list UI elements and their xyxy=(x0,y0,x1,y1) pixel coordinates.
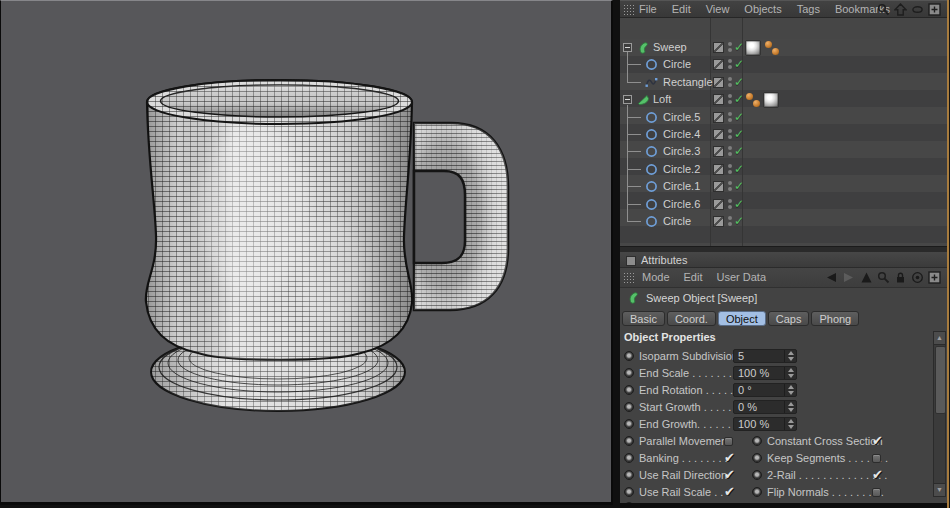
layer-toggle-icon[interactable] xyxy=(713,94,724,105)
enable-check-icon[interactable]: ✓ xyxy=(734,40,744,54)
attributes-scrollbar[interactable]: ▲ ▼ xyxy=(933,331,946,497)
viewport-canvas[interactable] xyxy=(1,1,611,502)
search-icon[interactable] xyxy=(877,3,890,16)
visibility-dot-icon[interactable] xyxy=(728,42,732,46)
object-row-circle-last[interactable]: Circle ✓ xyxy=(620,213,947,230)
tab-basic[interactable]: Basic xyxy=(622,311,665,326)
visibility-dot-icon[interactable] xyxy=(728,83,732,87)
visibility-dot-icon[interactable] xyxy=(728,118,732,122)
visibility-dot-icon[interactable] xyxy=(728,222,732,226)
visibility-dot-icon[interactable] xyxy=(728,65,732,69)
visibility-dot-icon[interactable] xyxy=(728,94,732,98)
lock-icon[interactable] xyxy=(894,271,907,284)
panel-square-icon[interactable] xyxy=(626,256,636,266)
menu-objects[interactable]: Objects xyxy=(744,3,781,15)
visibility-dot-icon[interactable] xyxy=(728,146,732,150)
enable-check-icon[interactable]: ✓ xyxy=(734,110,744,124)
keyframe-circle-icon[interactable] xyxy=(624,436,634,446)
visibility-dot-icon[interactable] xyxy=(728,77,732,81)
keyframe-circle-icon[interactable] xyxy=(752,487,762,497)
search-icon[interactable] xyxy=(877,271,890,284)
keyframe-circle-icon[interactable] xyxy=(752,453,762,463)
visibility-dot-icon[interactable] xyxy=(728,216,732,220)
object-row-sweep[interactable]: Sweep ✓ xyxy=(620,39,947,56)
selection-tag-icon[interactable] xyxy=(764,41,779,56)
layer-toggle-icon[interactable] xyxy=(713,129,724,140)
keep-segments-checkbox[interactable] xyxy=(872,454,881,463)
keyframe-circle-icon[interactable] xyxy=(624,487,634,497)
stepper-arrows-icon[interactable] xyxy=(784,384,797,396)
keyframe-circle-icon[interactable] xyxy=(624,368,634,378)
visibility-dot-icon[interactable] xyxy=(728,152,732,156)
object-row-circle6[interactable]: Circle.6 ✓ xyxy=(620,196,947,213)
enable-check-icon[interactable]: ✓ xyxy=(734,214,744,228)
layer-toggle-icon[interactable] xyxy=(713,181,724,192)
scroll-up-icon[interactable]: ▲ xyxy=(934,332,945,345)
home-arrow-icon[interactable] xyxy=(894,3,907,16)
visibility-dot-icon[interactable] xyxy=(728,205,732,209)
keyframe-circle-icon[interactable] xyxy=(624,419,634,429)
visibility-dot-icon[interactable] xyxy=(728,181,732,185)
keyframe-circle-icon[interactable] xyxy=(624,351,634,361)
object-row-circle5[interactable]: Circle.5 ✓ xyxy=(620,109,947,126)
keyframe-circle-icon[interactable] xyxy=(624,385,634,395)
object-row-loft[interactable]: Loft ✓ xyxy=(620,91,947,108)
visibility-dot-icon[interactable] xyxy=(728,112,732,116)
scroll-down-icon[interactable]: ▼ xyxy=(934,483,945,496)
visibility-dot-icon[interactable] xyxy=(728,48,732,52)
texture-tag-icon[interactable] xyxy=(763,92,779,108)
layer-toggle-icon[interactable] xyxy=(713,146,724,157)
layer-toggle-icon[interactable] xyxy=(713,216,724,227)
menu-edit-attr[interactable]: Edit xyxy=(684,271,703,283)
enable-check-icon[interactable]: ✓ xyxy=(734,57,744,71)
menu-edit[interactable]: Edit xyxy=(672,3,691,15)
panel-grip-icon[interactable] xyxy=(623,272,635,283)
layer-toggle-icon[interactable] xyxy=(713,59,724,70)
collapse-expander-icon[interactable] xyxy=(623,95,632,104)
layer-toggle-icon[interactable] xyxy=(713,42,724,53)
stepper-arrows-icon[interactable] xyxy=(784,350,797,362)
tab-phong[interactable]: Phong xyxy=(811,311,859,326)
history-forward-icon[interactable] xyxy=(842,271,856,284)
parallel-movement-checkbox[interactable] xyxy=(724,437,733,446)
object-row-circle4[interactable]: Circle.4 ✓ xyxy=(620,126,947,143)
new-panel-icon[interactable] xyxy=(928,271,941,284)
use-rail-direction-checkbox[interactable]: ✔ xyxy=(724,467,735,482)
visibility-dot-icon[interactable] xyxy=(728,129,732,133)
enable-check-icon[interactable]: ✓ xyxy=(734,144,744,158)
visibility-dot-icon[interactable] xyxy=(728,199,732,203)
flip-normals-checkbox[interactable] xyxy=(872,488,881,497)
enable-check-icon[interactable]: ✓ xyxy=(734,75,744,89)
menu-view[interactable]: View xyxy=(706,3,730,15)
selection-tag-icon[interactable] xyxy=(745,93,760,108)
collapse-expander-icon[interactable] xyxy=(623,43,632,52)
object-row-rectangle[interactable]: Rectangle ✓ xyxy=(620,74,947,91)
target-icon[interactable] xyxy=(911,271,924,284)
constant-cross-section-checkbox[interactable]: ✔ xyxy=(872,433,883,448)
enable-check-icon[interactable]: ✓ xyxy=(734,162,744,176)
keyframe-circle-icon[interactable] xyxy=(624,402,634,412)
viewport-3d[interactable] xyxy=(0,0,613,505)
object-row-circle3[interactable]: Circle.3 ✓ xyxy=(620,143,947,160)
history-back-icon[interactable] xyxy=(824,271,838,284)
object-row-circle1[interactable]: Circle.1 ✓ xyxy=(620,178,947,195)
menu-mode[interactable]: Mode xyxy=(642,271,670,283)
layer-toggle-icon[interactable] xyxy=(713,112,724,123)
enable-check-icon[interactable]: ✓ xyxy=(734,127,744,141)
stepper-arrows-icon[interactable] xyxy=(784,367,797,379)
visibility-dot-icon[interactable] xyxy=(728,135,732,139)
keyframe-circle-icon[interactable] xyxy=(624,470,634,480)
panel-grip-icon[interactable] xyxy=(623,4,635,15)
enable-check-icon[interactable]: ✓ xyxy=(734,92,744,106)
use-rail-scale-checkbox[interactable]: ✔ xyxy=(724,484,735,499)
stepper-arrows-icon[interactable] xyxy=(784,401,797,413)
texture-tag-icon[interactable] xyxy=(745,40,761,56)
enable-check-icon[interactable]: ✓ xyxy=(734,179,744,193)
banking-checkbox[interactable]: ✔ xyxy=(724,450,735,465)
tab-coord[interactable]: Coord. xyxy=(667,311,716,326)
keyframe-circle-icon[interactable] xyxy=(624,453,634,463)
layer-toggle-icon[interactable] xyxy=(713,77,724,88)
stepper-arrows-icon[interactable] xyxy=(784,418,797,430)
visibility-dot-icon[interactable] xyxy=(728,164,732,168)
keyframe-circle-icon[interactable] xyxy=(752,436,762,446)
